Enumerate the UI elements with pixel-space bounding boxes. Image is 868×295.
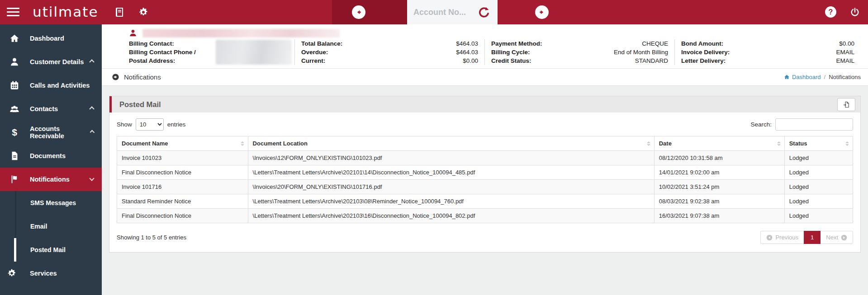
field-label: Billing Contact:: [129, 39, 174, 48]
field-value: $464.03: [456, 48, 478, 56]
breadcrumb-dashboard-link[interactable]: Dashboard: [784, 74, 821, 80]
sidebar-nav: Dashboard Customer Details Calls and Act…: [0, 24, 102, 295]
field-value: EMAIL: [836, 48, 854, 56]
field-label: Current:: [301, 56, 325, 65]
user-icon: [9, 56, 20, 67]
cell-status: Lodged: [784, 151, 853, 165]
notifications-submenu: SMS Messages Email Posted Mail: [0, 191, 102, 262]
users-group-icon: [9, 103, 20, 114]
account-summary-bar: Billing Contact: Billing Contact Phone /…: [102, 24, 868, 69]
cell-date: 08/03/2021 9:02:38 am: [654, 194, 784, 209]
previous-page-button[interactable]: Previous: [760, 231, 804, 244]
top-navbar: utilmate ?: [0, 0, 868, 24]
sort-icon: [845, 141, 849, 146]
table-controls: Show 10 entries Search:: [117, 118, 853, 131]
page-1-button[interactable]: 1: [804, 231, 821, 244]
table-row: Final Disconnection Notice \Letters\Trea…: [117, 165, 853, 180]
cell-date: 14/01/2021 9:02:00 am: [654, 165, 784, 180]
cogs-icon: [6, 268, 17, 279]
column-header-date[interactable]: Date: [654, 136, 784, 151]
export-file-button[interactable]: [837, 98, 855, 111]
table-row: Invoice 101716 \Invoices\20\FORM_ONLY\EX…: [117, 180, 853, 194]
sidebar-item-accounts-receivable[interactable]: $ Accounts Receivable: [0, 121, 102, 144]
sidebar-subitem-email[interactable]: Email: [0, 215, 102, 238]
column-header-document-location[interactable]: Document Location: [248, 136, 654, 151]
redacted-customer-name: [142, 29, 340, 37]
field-label: Payment Method:: [491, 39, 542, 48]
sidebar-item-label: Posted Mail: [30, 246, 66, 253]
field-label: Invoice Delivery:: [681, 48, 730, 56]
sidebar-item-label: Services: [30, 270, 57, 277]
calendar-icon: [9, 80, 20, 91]
cell-document-name: Final Disconnection Notice: [117, 209, 248, 223]
sidebar-item-label: Customer Details: [30, 58, 84, 66]
search-label: Search:: [750, 121, 772, 128]
flag-icon: [9, 174, 20, 185]
column-header-document-name[interactable]: Document Name: [117, 136, 248, 151]
column-header-status[interactable]: Status: [784, 136, 853, 151]
posted-mail-table: Document Name Document Location Date Sta…: [117, 136, 853, 223]
cell-date: 08/12/2020 10:31:58 am: [654, 151, 784, 165]
help-icon[interactable]: ?: [825, 6, 836, 18]
sidebar-item-contacts[interactable]: Contacts: [0, 97, 102, 121]
table-search-input[interactable]: [775, 118, 853, 131]
cell-document-name: Invoice 101716: [117, 180, 248, 194]
power-icon[interactable]: [849, 7, 860, 18]
main-content: Billing Contact: Billing Contact Phone /…: [102, 24, 868, 295]
sidebar-subitem-sms-messages[interactable]: SMS Messages: [0, 191, 102, 215]
next-page-button[interactable]: Next: [821, 231, 853, 244]
field-label: Total Balance:: [301, 39, 342, 48]
balance-column: Total Balance:$464.03 Overdue:$464.03 Cu…: [294, 39, 484, 65]
delivery-column: Bond Amount:$0.00 Invoice Delivery:EMAIL…: [674, 39, 861, 65]
field-value: $464.03: [456, 39, 478, 48]
sidebar-item-documents[interactable]: Documents: [0, 144, 102, 168]
sidebar-item-label: SMS Messages: [30, 199, 76, 206]
sort-icon: [241, 141, 244, 146]
dollar-icon: $: [9, 127, 20, 138]
table-footer: Showing 1 to 5 of 5 entries Previous 1 N…: [117, 231, 853, 244]
sidebar-item-customer-details[interactable]: Customer Details: [0, 50, 102, 74]
field-label: Billing Cycle:: [491, 48, 530, 56]
previous-account-button[interactable]: [352, 5, 365, 19]
app-logo[interactable]: utilmate: [33, 4, 98, 20]
sidebar-item-dashboard[interactable]: Dashboard: [0, 27, 102, 50]
sidebar-item-label: Dashboard: [30, 35, 64, 42]
field-label: Billing Contact Phone /: [129, 48, 196, 56]
cell-date: 10/02/2021 3:51:24 pm: [654, 180, 784, 194]
sidebar-subitem-posted-mail[interactable]: Posted Mail: [0, 238, 102, 262]
sidebar-item-services[interactable]: Services: [0, 262, 102, 285]
redacted-contact-details: [216, 40, 292, 65]
settings-gears-icon[interactable]: [138, 7, 149, 18]
file-icon: [9, 150, 20, 161]
sidebar-item-label: Accounts Receivable: [30, 125, 90, 140]
page-length-select[interactable]: 10: [136, 118, 164, 131]
customer-avatar-icon: [129, 29, 137, 37]
cell-status: Lodged: [784, 180, 853, 194]
card-header: Posted Mail: [109, 96, 860, 112]
book-icon[interactable]: [114, 7, 125, 18]
cell-date: 16/03/2021 9:07:38 am: [654, 209, 784, 223]
breadcrumb-separator: /: [824, 74, 826, 80]
field-value: End of Month Billing: [614, 48, 668, 56]
sidebar-item-calls-activities[interactable]: Calls and Activities: [0, 74, 102, 97]
next-account-button[interactable]: [535, 5, 549, 19]
hamburger-menu-icon[interactable]: [7, 8, 19, 17]
cell-document-location: \Letters\Treatment Letters\Archive\20210…: [248, 209, 654, 223]
page-title-bar: Notifications Dashboard / Notifications: [102, 69, 868, 86]
reload-account-icon[interactable]: [478, 6, 490, 19]
table-row: Invoice 101023 \Invoices\12\FORM_ONLY\EX…: [117, 151, 853, 165]
sidebar-item-label: Calls and Activities: [30, 82, 90, 89]
card-body: Show 10 entries Search: Document Name: [109, 112, 860, 252]
circle-arrow-right-icon: [841, 234, 847, 241]
file-export-icon: [843, 101, 850, 108]
field-value: STANDARD: [635, 56, 668, 65]
sidebar-item-notifications[interactable]: Notifications: [0, 168, 102, 191]
pagination: Previous 1 Next: [760, 231, 853, 244]
table-header-row: Document Name Document Location Date Sta…: [117, 136, 853, 151]
billing-contact-column: Billing Contact: Billing Contact Phone /…: [129, 39, 294, 65]
sort-icon: [777, 141, 781, 146]
table-row: Standard Reminder Notice \Letters\Treatm…: [117, 194, 853, 209]
cell-status: Lodged: [784, 209, 853, 223]
field-label: Postal Address:: [129, 56, 175, 65]
cell-document-location: \Invoices\12\FORM_ONLY\EXISTING\101023.p…: [248, 151, 654, 165]
